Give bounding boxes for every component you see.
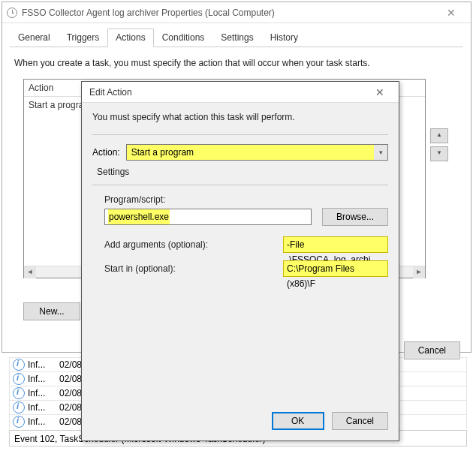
info-icon (13, 359, 25, 371)
info-icon (13, 401, 25, 413)
action-label: Action: (92, 147, 120, 158)
ok-button[interactable]: OK (272, 412, 324, 430)
info-icon (13, 416, 25, 428)
info-icon (13, 373, 25, 385)
tab-settings[interactable]: Settings (212, 29, 261, 47)
cancel-button[interactable]: Cancel (332, 412, 388, 430)
dialog-titlebar[interactable]: Edit Action ✕ (82, 82, 399, 103)
tab-history[interactable]: History (262, 29, 306, 47)
properties-titlebar[interactable]: FSSO Collector Agent log archiver Proper… (2, 2, 471, 23)
startin-label: Start in (optional): (104, 263, 283, 274)
scroll-left-icon[interactable]: ◄ (24, 266, 36, 278)
divider (92, 185, 388, 185)
action-dropdown-value: Start a program (127, 145, 374, 160)
chevron-down-icon: ▾ (374, 149, 387, 156)
program-label: Program/script: (104, 194, 388, 205)
new-button[interactable]: New... (23, 302, 80, 320)
tab-actions[interactable]: Actions (107, 29, 153, 47)
arguments-input[interactable]: -File .\FSSOCA_log_archi (283, 236, 388, 253)
clock-icon (7, 8, 17, 18)
browse-button[interactable]: Browse... (322, 208, 388, 226)
tab-strip: General Triggers Actions Conditions Sett… (10, 28, 463, 47)
edit-action-dialog: Edit Action ✕ You must specify what acti… (81, 81, 399, 441)
info-icon (13, 387, 25, 399)
tab-triggers[interactable]: Triggers (59, 29, 108, 47)
action-dropdown[interactable]: Start a program ▾ (126, 144, 388, 161)
divider (92, 134, 388, 135)
tab-conditions[interactable]: Conditions (154, 29, 213, 47)
startin-input[interactable]: C:\Program Files (x86)\F (283, 260, 388, 277)
move-up-button[interactable]: ▲ (430, 128, 448, 143)
arguments-label: Add arguments (optional): (104, 239, 283, 250)
tab-general[interactable]: General (10, 29, 59, 47)
close-icon[interactable]: ✕ (436, 7, 466, 19)
properties-title: FSSO Collector Agent log archiver Proper… (22, 8, 436, 18)
move-down-button[interactable]: ▼ (430, 146, 448, 161)
program-input[interactable]: powershell.exe (104, 209, 312, 225)
settings-group-label: Settings (97, 167, 388, 177)
instruction-text: When you create a task, you must specify… (14, 58, 459, 68)
dialog-message: You must specify what action this task w… (92, 112, 388, 122)
reorder-buttons: ▲ ▼ (430, 128, 448, 164)
scroll-right-icon[interactable]: ► (413, 266, 425, 278)
close-icon[interactable]: ✕ (369, 86, 391, 98)
dialog-title: Edit Action (89, 87, 369, 98)
